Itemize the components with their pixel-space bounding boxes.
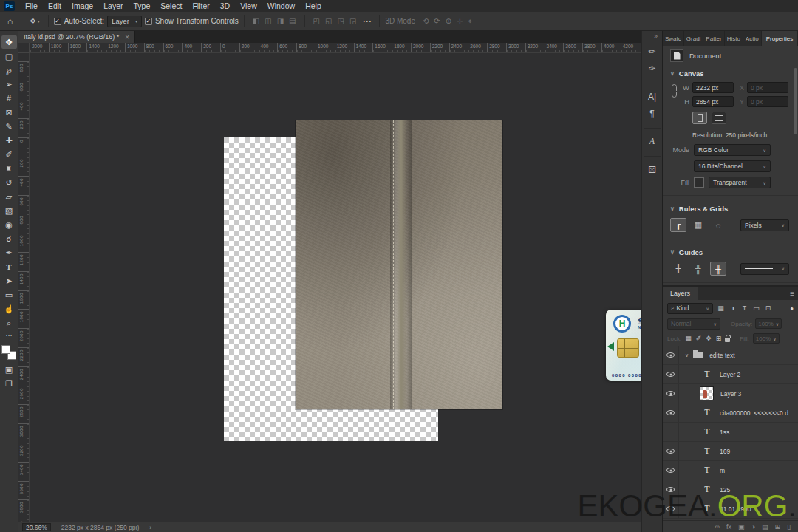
y-field[interactable]: 0 px bbox=[747, 96, 788, 107]
id-card-layer[interactable]: H 全民健康保險 NATIONAL HEALTH INSURANCE 约翰公民 … bbox=[606, 310, 641, 381]
guide-horizontal-bottom[interactable] bbox=[30, 425, 641, 426]
document-tab[interactable]: Italy id.psd @ 20.7% (RGB/16) * × bbox=[18, 31, 135, 43]
3d-mode-icon[interactable]: ⌖ bbox=[468, 17, 473, 26]
canvas-section-header[interactable]: ∨ Canvas bbox=[663, 65, 798, 81]
lock-option-icon[interactable]: ✐ bbox=[696, 335, 702, 342]
layer-visibility-toggle[interactable] bbox=[663, 346, 679, 364]
tool-button[interactable]: ✚ bbox=[1, 134, 17, 147]
expand-panels-icon[interactable]: » bbox=[654, 33, 662, 40]
distribute-icon[interactable]: ◳ bbox=[337, 17, 344, 25]
screen-mode-button[interactable]: ❐ bbox=[1, 377, 17, 390]
x-field[interactable]: 0 px bbox=[747, 82, 788, 93]
layer-filter-icon[interactable]: T bbox=[739, 303, 750, 314]
layers-menu-icon[interactable]: ≡ bbox=[786, 287, 798, 300]
tool-button[interactable]: ⋯ bbox=[1, 330, 17, 341]
panel-dock-icon[interactable]: A bbox=[644, 128, 661, 150]
quick-mask-button[interactable]: ▣ bbox=[1, 363, 17, 376]
lock-option-icon[interactable]: ▦ bbox=[685, 335, 692, 342]
close-icon[interactable]: × bbox=[125, 33, 129, 41]
layer-row[interactable]: ∨ T Layer 3 bbox=[663, 384, 798, 403]
foreground-color-swatch[interactable] bbox=[1, 345, 10, 354]
more-options-icon[interactable]: ⋯ bbox=[359, 16, 374, 27]
layer-name[interactable]: 169 bbox=[720, 448, 730, 455]
toggle-snap-button[interactable]: ◌ bbox=[710, 218, 726, 232]
menu-item[interactable]: Type bbox=[128, 1, 155, 11]
menu-item[interactable]: View bbox=[235, 1, 262, 11]
layer-row[interactable]: ∨ T Layer 2 bbox=[663, 365, 798, 384]
show-transform-checkbox[interactable]: ✓ bbox=[145, 18, 152, 25]
layer-visibility-toggle[interactable] bbox=[663, 384, 679, 403]
lock-guides-button[interactable]: ╬ bbox=[690, 262, 706, 276]
layer-row[interactable]: ∨ T edite text bbox=[663, 346, 798, 365]
tool-button[interactable]: ▱ bbox=[1, 190, 17, 203]
layer-filter-icon[interactable]: ▦ bbox=[715, 303, 726, 314]
tool-button[interactable]: ➤ bbox=[1, 274, 17, 287]
tool-button[interactable]: ⊠ bbox=[1, 106, 17, 119]
landscape-orientation-button[interactable] bbox=[712, 112, 726, 124]
panel-dock-icon[interactable]: A| bbox=[644, 83, 661, 105]
color-swatches[interactable] bbox=[1, 345, 16, 360]
tool-button[interactable]: T bbox=[1, 260, 17, 273]
panel-tab[interactable]: Gradi bbox=[684, 31, 704, 46]
panel-dock-icon[interactable]: ¶ bbox=[644, 105, 661, 122]
menu-item[interactable]: Window bbox=[262, 1, 300, 11]
toggle-grid-button[interactable]: ▦ bbox=[690, 218, 706, 232]
panel-tab[interactable]: Swatc bbox=[663, 31, 684, 46]
align-icon[interactable]: ▤ bbox=[289, 17, 296, 25]
layer-visibility-toggle[interactable] bbox=[663, 461, 679, 480]
blend-mode-select[interactable]: Normal ∨ bbox=[667, 318, 720, 330]
tool-button[interactable]: ☝ bbox=[1, 302, 17, 316]
tool-button[interactable]: ▭ bbox=[1, 288, 17, 301]
panel-dock-icon[interactable]: ✏ bbox=[644, 43, 661, 60]
layer-visibility-toggle[interactable] bbox=[663, 423, 679, 441]
tool-button[interactable]: ♜ bbox=[1, 162, 17, 175]
scrollbar[interactable] bbox=[794, 68, 797, 134]
fill-field[interactable]: 100% ∨ bbox=[753, 333, 780, 344]
layer-name[interactable]: edite text bbox=[709, 352, 735, 359]
height-field[interactable]: 2854 px bbox=[692, 96, 734, 107]
distribute-icon[interactable]: ◱ bbox=[325, 17, 332, 25]
link-dimensions-icon[interactable] bbox=[672, 84, 677, 98]
toggle-guides-button[interactable]: ╂ bbox=[670, 262, 686, 276]
lock-all-icon[interactable] bbox=[725, 338, 730, 342]
auto-select-target-dropdown[interactable]: Layer ▾ bbox=[107, 16, 142, 27]
vertical-ruler[interactable]: 8006004002000200400600800100012001400160… bbox=[18, 53, 30, 522]
menu-item[interactable]: 3D bbox=[215, 1, 235, 11]
smart-guides-button[interactable]: ╫ bbox=[710, 262, 726, 276]
layers-action-icon[interactable]: ⊞ bbox=[775, 523, 781, 531]
portrait-orientation-button[interactable] bbox=[692, 112, 707, 124]
opacity-field[interactable]: 100% ∨ bbox=[755, 318, 782, 329]
menu-item[interactable]: File bbox=[20, 1, 43, 11]
layer-filter-icon[interactable]: ▭ bbox=[751, 303, 762, 314]
canvas-viewport[interactable]: H 全民健康保險 NATIONAL HEALTH INSURANCE 约翰公民 … bbox=[30, 53, 641, 522]
tool-button[interactable]: ⌕ bbox=[1, 316, 17, 330]
tool-button[interactable]: ✎ bbox=[1, 120, 17, 133]
panel-dock-icon[interactable]: ⚄ bbox=[644, 156, 661, 178]
menu-item[interactable]: Select bbox=[155, 1, 187, 11]
fill-select[interactable]: Transparent ∨ bbox=[709, 177, 771, 188]
rulers-grids-section-header[interactable]: ∨ Rulers & Grids bbox=[663, 200, 798, 216]
menu-item[interactable]: Edit bbox=[43, 1, 66, 11]
3d-mode-icon[interactable]: ⟲ bbox=[423, 17, 429, 26]
menu-item[interactable]: Image bbox=[66, 1, 98, 11]
tool-button[interactable]: # bbox=[1, 92, 17, 105]
auto-select-checkbox[interactable]: ✓ bbox=[54, 18, 61, 25]
filter-kind-select[interactable]: ⌕ Kind ∨ bbox=[667, 303, 713, 314]
distribute-icon[interactable]: ◰ bbox=[313, 17, 320, 25]
tool-button[interactable]: ✒ bbox=[1, 246, 17, 259]
chevron-down-icon[interactable]: ∨ bbox=[685, 352, 689, 358]
color-mode-select[interactable]: RGB Color ∨ bbox=[694, 144, 771, 156]
guide-horizontal-top[interactable] bbox=[30, 155, 641, 156]
fill-swatch[interactable] bbox=[694, 177, 704, 188]
tool-button[interactable]: ✐ bbox=[1, 148, 17, 161]
tool-button[interactable]: ℘ bbox=[1, 64, 17, 77]
layer-name[interactable]: cita000000..<<<<<<<0 d bbox=[720, 409, 788, 417]
panel-tab[interactable]: Actio bbox=[743, 31, 762, 46]
tool-button[interactable]: ↺ bbox=[1, 176, 17, 189]
layer-thumbnail[interactable] bbox=[700, 386, 714, 400]
tab-properties[interactable]: Properties bbox=[762, 31, 798, 46]
bit-depth-select[interactable]: 16 Bits/Channel ∨ bbox=[694, 160, 771, 172]
zoom-level-field[interactable]: 20.66% bbox=[22, 523, 51, 531]
layer-visibility-toggle[interactable] bbox=[663, 403, 679, 422]
layer-visibility-toggle[interactable] bbox=[663, 365, 679, 383]
